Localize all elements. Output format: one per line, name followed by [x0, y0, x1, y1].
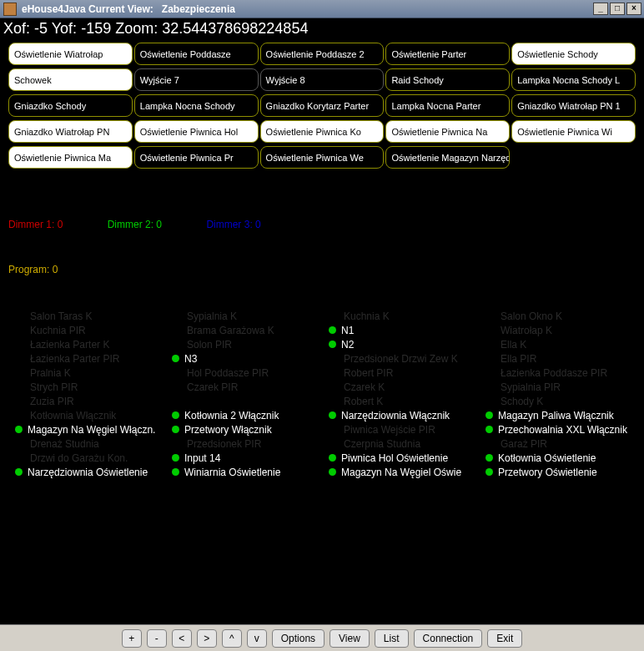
device-button[interactable]: Oświetlenie Piwnica We: [260, 146, 385, 169]
device-button[interactable]: Oświetlenie Schody: [511, 43, 636, 65]
status-dot-icon: [15, 426, 23, 433]
zoom-out-button[interactable]: -: [147, 629, 167, 648]
connection-button[interactable]: Connection: [414, 629, 483, 648]
sensor-label: Czarek K: [344, 381, 385, 393]
sensor-label: N1: [341, 325, 354, 336]
device-button[interactable]: Oświetlenie Poddasze: [134, 43, 259, 65]
sensor-column: Salon Okno KWiatrołap KElla KElla PIRŁaz…: [486, 309, 636, 479]
sensor-item: Magazyn Na Węgiel Włączn.: [15, 422, 165, 437]
device-button[interactable]: Gniazdko Korytarz Parter: [260, 94, 385, 117]
status-dot-icon: [486, 426, 493, 433]
zoom-value: 32.544378698224854: [162, 20, 308, 37]
device-button[interactable]: Oświetlenie Magazyn Narzędzia: [385, 146, 510, 169]
device-button[interactable]: Oświetlenie Piwnica Hol: [134, 120, 259, 143]
window-minimize-button[interactable]: _: [593, 3, 608, 15]
status-dot-icon: [15, 468, 23, 476]
sensor-item: Czerpnia Studnia: [329, 437, 479, 451]
view-button[interactable]: View: [330, 629, 370, 648]
sensor-item: Kuchnia PIR: [15, 323, 165, 337]
device-button[interactable]: Gniazdko Wiatrołap PN: [8, 120, 133, 143]
device-button[interactable]: Oświetlenie Wiatrołap: [8, 43, 133, 65]
sensor-item: Czarek PIR: [172, 380, 322, 394]
sensor-label: Kuchnia PIR: [30, 325, 86, 336]
zoom-in-button[interactable]: +: [122, 629, 142, 648]
pan-up-button[interactable]: ^: [222, 629, 242, 648]
sensor-item: Salon Okno K: [486, 309, 636, 323]
list-button[interactable]: List: [375, 629, 409, 648]
sensor-label: Piwnica Hol Oświetlenie: [341, 452, 448, 464]
sensor-item: Przetwory Oświetlenie: [486, 465, 636, 479]
sensor-label: Ella K: [501, 339, 526, 351]
sensor-label: Solon PIR: [187, 339, 232, 351]
device-button[interactable]: Oświetlenie Piwnica Na: [385, 120, 510, 143]
sensor-label: Robert PIR: [344, 367, 393, 379]
coord-line: Xof: -5 Yof: -159 Zoom: 32.5443786982248…: [0, 18, 644, 39]
device-button[interactable]: Gniazdko Wiatrołap PN 1: [511, 94, 636, 117]
sensor-item: Robert PIR: [329, 366, 479, 380]
options-button[interactable]: Options: [272, 629, 325, 648]
device-button[interactable]: Lampka Nocna Schody: [134, 94, 259, 117]
sensor-item: Magazyn Na Węgiel Oświe: [329, 465, 479, 479]
window-title-app: eHouse4Java Current View:: [22, 3, 153, 15]
sensor-label: Przetwory Oświetlenie: [498, 467, 597, 478]
window-maximize-button[interactable]: □: [610, 3, 625, 15]
sensor-item: N2: [329, 337, 479, 351]
pan-right-button[interactable]: >: [197, 629, 217, 648]
sensor-item: Przetwory Włącznik: [172, 422, 322, 437]
sensor-item: Strych PIR: [15, 380, 165, 394]
device-button[interactable]: Oświetlenie Piwnica Wi: [511, 120, 636, 143]
device-button[interactable]: Oświetlenie Piwnica Ko: [260, 120, 385, 143]
status-dot-icon: [486, 411, 493, 419]
sensor-column: Kuchnia KN1N2Przedsionek Drzwi Zew KRobe…: [329, 309, 479, 479]
sensor-label: Łazienka Parter K: [30, 339, 109, 351]
device-button[interactable]: Raid Schody: [385, 68, 510, 91]
dimmers-row: Dimmer 1: 0 Dimmer 2: 0 Dimmer 3: 0: [0, 169, 644, 230]
sensor-label: Piwnica Wejście PIR: [344, 424, 435, 436]
sensor-label: N2: [341, 339, 354, 351]
sensor-label: Strych PIR: [30, 381, 78, 393]
device-button[interactable]: Wyjście 7: [134, 68, 259, 91]
sensor-label: Magazyn Na Węgiel Oświe: [341, 467, 461, 478]
sensor-label: Input 14: [184, 452, 220, 464]
bottom-toolbar: + - < > ^ v Options View List Connection…: [0, 624, 644, 651]
pan-left-button[interactable]: <: [172, 629, 192, 648]
device-grid: Oświetlenie WiatrołapOświetlenie Poddasz…: [0, 39, 644, 169]
sensor-item: Zuzia PIR: [15, 394, 165, 408]
sensor-item: Piwnica Hol Oświetlenie: [329, 451, 479, 465]
device-button[interactable]: Schowek: [8, 68, 133, 91]
status-dot-icon: [172, 468, 179, 476]
sensor-item: Hol Poddasze PIR: [172, 366, 322, 380]
sensor-item: Garaż PIR: [486, 437, 636, 451]
sensor-item: Drzwi do Garażu Kon.: [15, 451, 165, 465]
sensors-grid: Salon Taras KKuchnia PIRŁazienka Parter …: [0, 275, 644, 479]
device-button[interactable]: Lampka Nocna Schody L: [511, 68, 636, 91]
device-button[interactable]: Oświetlenie Poddasze 2: [260, 43, 385, 65]
sensor-item: Salon Taras K: [15, 309, 165, 323]
sensor-item: N3: [172, 351, 322, 366]
sensor-item: Schody K: [486, 394, 636, 408]
device-button[interactable]: Oświetlenie Parter: [385, 43, 510, 65]
exit-button[interactable]: Exit: [487, 629, 522, 648]
sensor-item: Ella K: [486, 337, 636, 351]
device-button[interactable]: Oświetlenie Piwnica Pr: [134, 146, 259, 169]
sensor-label: Wiatrołap K: [501, 325, 552, 336]
device-button[interactable]: Oświetlenie Piwnica Ma: [8, 146, 133, 169]
device-button[interactable]: Gniazdko Schody: [8, 94, 133, 117]
program-row: Program: 0: [0, 230, 644, 275]
sensor-item: Drenaż Studnia: [15, 437, 165, 451]
sensor-label: Łazienka Poddasze PIR: [501, 367, 607, 379]
window-close-button[interactable]: ×: [626, 3, 641, 15]
program-label: Program: 0: [8, 264, 58, 275]
sensor-label: Kotłownia Oświetlenie: [498, 452, 596, 464]
yof-value: -159: [81, 20, 111, 37]
sensor-item: Łazienka Poddasze PIR: [486, 366, 636, 380]
sensor-item: Kotłownia Włącznik: [15, 408, 165, 422]
sensor-item: Łazienka Parter PIR: [15, 351, 165, 366]
pan-down-button[interactable]: v: [247, 629, 267, 648]
sensor-item: Input 14: [172, 451, 322, 465]
sensor-item: Łazienka Parter K: [15, 337, 165, 351]
device-button[interactable]: Lampka Nocna Parter: [385, 94, 510, 117]
device-button[interactable]: Wyjście 8: [260, 68, 385, 91]
sensor-label: Salon Taras K: [30, 310, 93, 322]
sensor-item: Przechowalnia XXL Włącznik: [486, 422, 636, 437]
